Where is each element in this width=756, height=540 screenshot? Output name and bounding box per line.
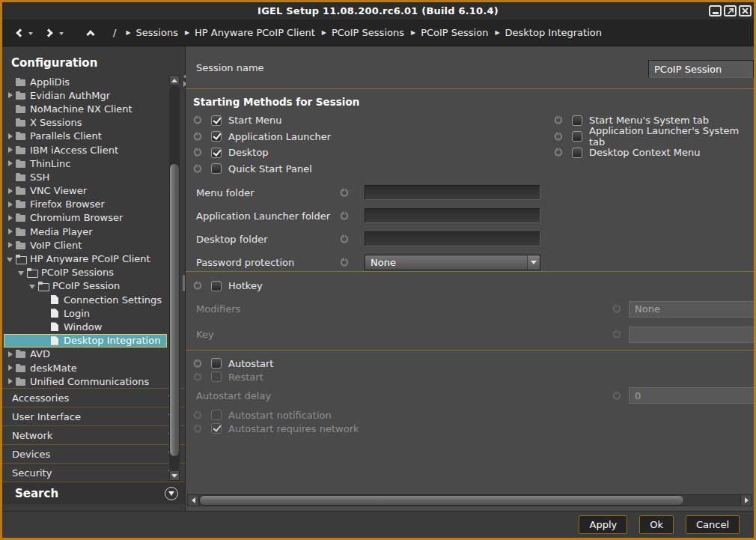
scroll-left-button[interactable] — [187, 494, 199, 506]
sidebar-section-devices[interactable]: Devices — [2, 444, 185, 463]
ok-button[interactable]: Ok — [639, 515, 674, 534]
expander-collapsed-icon[interactable] — [6, 241, 16, 249]
horizontal-scrollbar[interactable] — [187, 494, 752, 506]
reset-to-default-icon[interactable] — [192, 148, 202, 157]
reset-to-default-icon[interactable] — [612, 304, 621, 314]
reset-to-default-icon[interactable] — [192, 359, 202, 368]
quick-start-panel-checkbox[interactable] — [211, 163, 222, 174]
tree-item-applidis[interactable]: AppliDis — [4, 75, 167, 88]
expander-collapsed-icon[interactable] — [6, 228, 16, 235]
breadcrumb-item-desktop-integration[interactable]: Desktop Integration — [505, 27, 602, 38]
tree-item-connection-settings[interactable]: Connection Settings — [4, 293, 167, 306]
tree-item-login[interactable]: Login — [4, 306, 167, 320]
application-launcher-folder-input[interactable] — [365, 208, 540, 223]
expander-collapsed-icon[interactable] — [6, 160, 16, 167]
reset-to-default-icon[interactable] — [553, 115, 563, 125]
reset-to-default-icon[interactable] — [339, 211, 349, 221]
reset-to-default-icon[interactable] — [339, 258, 349, 267]
tree-item-firefox-browser[interactable]: Firefox Browser — [4, 198, 167, 211]
tree-item-vnc-viewer[interactable]: VNC Viewer — [4, 184, 167, 198]
expander-collapsed-icon[interactable] — [6, 201, 16, 208]
tree-item-window[interactable]: Window — [4, 320, 167, 333]
splitter-handle[interactable] — [183, 275, 185, 291]
reset-to-default-icon[interactable] — [192, 132, 202, 142]
scroll-down-button[interactable] — [169, 470, 180, 481]
expander-expanded-icon[interactable] — [28, 282, 38, 290]
start-menu-s-system-tab-checkbox[interactable] — [572, 115, 582, 126]
hotkey-checkbox[interactable] — [211, 281, 222, 291]
reset-to-default-icon[interactable] — [612, 391, 621, 401]
tree-item-thinlinc[interactable]: ThinLinc — [4, 157, 167, 170]
reset-to-default-icon[interactable] — [192, 164, 202, 174]
desktop-context-menu-checkbox[interactable] — [572, 148, 582, 158]
sidebar-section-security[interactable]: Security — [2, 463, 185, 482]
sidebar-section-accessories[interactable]: Accessories — [2, 388, 185, 407]
tree-item-chromium-browser[interactable]: Chromium Browser — [4, 211, 167, 225]
tree-item-ssh[interactable]: SSH — [4, 170, 167, 183]
expander-collapsed-icon[interactable] — [6, 187, 16, 195]
apply-button[interactable]: Apply — [579, 515, 627, 534]
back-history-caret-icon[interactable] — [28, 32, 33, 35]
reset-to-default-icon[interactable] — [339, 188, 349, 198]
tree-item-media-player[interactable]: Media Player — [4, 225, 167, 238]
tree-scrollbar[interactable] — [169, 75, 180, 481]
expander-collapsed-icon[interactable] — [6, 377, 16, 385]
breadcrumb-root[interactable]: / — [113, 27, 116, 38]
expander-expanded-icon[interactable] — [17, 269, 27, 276]
tree-item-desktop-integration[interactable]: Desktop Integration — [4, 334, 167, 348]
expander-collapsed-icon[interactable] — [6, 351, 16, 358]
desktop-folder-input[interactable] — [365, 231, 540, 246]
sidebar-section-network[interactable]: Network — [2, 425, 185, 444]
reset-to-default-icon[interactable] — [612, 330, 621, 339]
close-button[interactable] — [739, 5, 752, 16]
titlebar[interactable]: IGEL Setup 11.08.200.rc6.01 (Build 6.10.… — [2, 2, 754, 19]
scroll-up-button[interactable] — [169, 75, 180, 85]
expander-collapsed-icon[interactable] — [6, 91, 16, 99]
breadcrumb-item-pcoip-session[interactable]: PCoIP Session — [421, 27, 488, 38]
reset-to-default-icon[interactable] — [339, 234, 349, 244]
application-launcher-s-system-tab-checkbox[interactable] — [572, 131, 582, 142]
search-section[interactable]: Search — [2, 482, 185, 504]
application-launcher-checkbox[interactable] — [211, 131, 222, 142]
maximize-button[interactable] — [724, 5, 737, 16]
tree-item-pcoip-session[interactable]: PCoIP Session — [4, 279, 167, 293]
tree-item-pcoip-sessions[interactable]: PCoIP Sessions — [4, 266, 167, 279]
expander-expanded-icon[interactable] — [6, 255, 16, 263]
hscrollbar-thumb[interactable] — [199, 495, 684, 506]
scroll-right-button[interactable] — [740, 494, 752, 506]
back-button[interactable] — [10, 23, 28, 43]
password-protection-select[interactable]: None — [365, 255, 540, 270]
select-arrow-button[interactable] — [527, 255, 540, 270]
session-name-input[interactable] — [648, 60, 754, 78]
tree-item-hp-anyware-pcoip-client[interactable]: HP Anyware PCoIP Client — [4, 252, 167, 265]
expander-collapsed-icon[interactable] — [6, 214, 16, 222]
expander-collapsed-icon[interactable] — [6, 364, 16, 371]
reset-to-default-icon[interactable] — [192, 281, 202, 291]
start-menu-checkbox[interactable] — [211, 115, 222, 126]
tree-item-unified-communications[interactable]: Unified Communications — [4, 374, 167, 388]
search-expand-icon[interactable] — [165, 487, 178, 500]
tree-item-nomachine-nx-client[interactable]: NoMachine NX Client — [4, 102, 167, 115]
reset-to-default-icon[interactable] — [192, 424, 202, 434]
breadcrumb-item-hp-anyware-pcoip-client[interactable]: HP Anyware PCoIP Client — [195, 27, 315, 38]
tree-item-avd[interactable]: AVD — [4, 348, 167, 361]
reset-to-default-icon[interactable] — [553, 148, 563, 157]
tree-item-deskmate[interactable]: deskMate — [4, 361, 167, 374]
up-button[interactable] — [82, 23, 100, 43]
forward-history-caret-icon[interactable] — [59, 32, 64, 35]
autostart-checkbox[interactable] — [211, 358, 222, 368]
forward-button[interactable] — [40, 23, 58, 43]
breadcrumb-item-sessions[interactable]: Sessions — [136, 27, 178, 38]
tree-item-voip-client[interactable]: VoIP Client — [4, 238, 167, 252]
reset-to-default-icon[interactable] — [192, 372, 202, 382]
sidebar-section-user-interface[interactable]: User Interface — [2, 407, 185, 425]
tree-item-evidian-authmgr[interactable]: Evidian AuthMgr — [4, 88, 167, 102]
expander-collapsed-icon[interactable] — [6, 133, 16, 140]
tree-item-x-sessions[interactable]: X Sessions — [4, 116, 167, 130]
reset-to-default-icon[interactable] — [192, 115, 202, 125]
expander-collapsed-icon[interactable] — [6, 146, 16, 154]
menu-folder-input[interactable] — [365, 185, 540, 200]
reset-to-default-icon[interactable] — [553, 132, 563, 142]
minimize-button[interactable] — [709, 5, 722, 16]
tree-item-parallels-client[interactable]: Parallels Client — [4, 130, 167, 143]
